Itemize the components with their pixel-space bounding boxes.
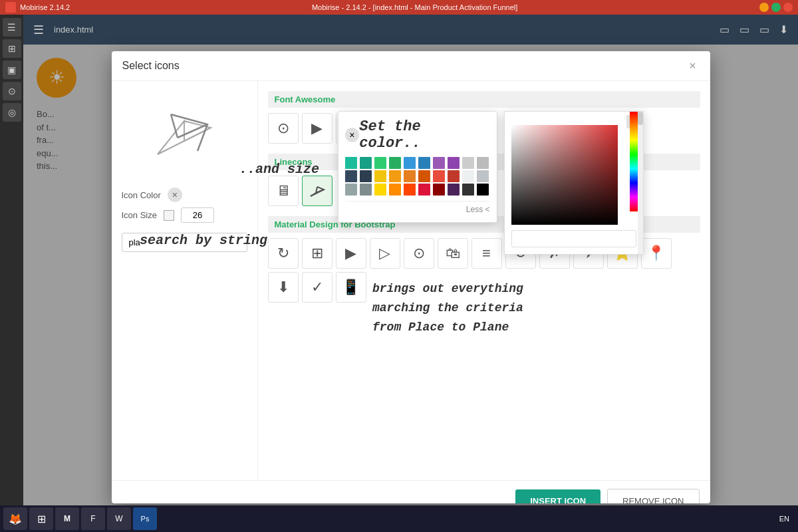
- taskbar-right: EN: [779, 515, 795, 523]
- modal-title: Select icons: [122, 60, 180, 72]
- color-swatch[interactable]: [418, 157, 430, 169]
- insert-icon-button[interactable]: INSERT ICON: [515, 489, 600, 503]
- icon-item[interactable]: ✓: [302, 272, 332, 303]
- picker-scrollbar[interactable]: [638, 112, 643, 254]
- annotation-search-by-string: search by string: [140, 233, 267, 248]
- titlebar: Mobirise 2.14.2 Mobirise - 2.14.2 - [ind…: [0, 0, 798, 15]
- taskbar-item-ps[interactable]: Ps: [133, 507, 157, 530]
- icon-item[interactable]: ▶: [302, 113, 332, 144]
- icon-item[interactable]: ≡: [471, 238, 502, 269]
- left-sidebar: ☰ ⊞ ▣ ⊙ ◎: [0, 15, 23, 505]
- color-swatch[interactable]: [418, 184, 430, 196]
- color-swatch[interactable]: [404, 170, 416, 182]
- icon-item[interactable]: ⊙: [404, 238, 434, 269]
- taskbar: 🦊 ⊞ M F W Ps EN: [0, 505, 798, 532]
- select-icons-modal: Select icons ×: [112, 51, 710, 503]
- close-button[interactable]: [783, 3, 793, 12]
- taskbar-item-w[interactable]: W: [107, 507, 131, 530]
- svg-marker-1: [158, 121, 184, 154]
- paper-plane-small: [308, 182, 327, 200]
- icon-item[interactable]: ⊞: [302, 238, 332, 269]
- color-swatch[interactable]: [374, 184, 386, 196]
- color-swatch[interactable]: [433, 170, 445, 182]
- minimize-button[interactable]: [759, 3, 769, 12]
- taskbar-item-firefox[interactable]: 🦊: [3, 507, 27, 530]
- advanced-color-picker: ×: [504, 111, 644, 255]
- icon-item[interactable]: 📍: [641, 238, 672, 269]
- color-swatch[interactable]: [389, 157, 401, 169]
- picker-scrollbar-thumb[interactable]: [638, 112, 643, 125]
- icon-item[interactable]: ▶: [336, 238, 366, 269]
- sidebar-icon-4[interactable]: ⊙: [3, 82, 21, 100]
- color-swatches-grid: [345, 157, 490, 196]
- maximize-button[interactable]: [771, 3, 781, 12]
- header-icon-1[interactable]: ▭: [720, 23, 730, 36]
- icon-item[interactable]: ⊙: [268, 113, 299, 144]
- color-picker-toggle[interactable]: ×: [168, 188, 182, 202]
- icon-item[interactable]: 🖥: [268, 176, 299, 206]
- size-icon: [164, 210, 174, 221]
- app-name: Mobirise 2.14.2: [20, 3, 70, 11]
- color-swatch[interactable]: [360, 170, 372, 182]
- taskbar-lang: EN: [779, 515, 789, 523]
- icon-color-label: Icon Color: [122, 190, 161, 200]
- color-swatch[interactable]: [345, 157, 357, 169]
- app-icon: [5, 2, 16, 13]
- color-popup-title: Set the color..: [359, 118, 489, 152]
- color-gradient-picker[interactable]: [511, 125, 618, 225]
- color-popup-header: × Set the color..: [345, 118, 490, 152]
- icon-size-label: Icon Size: [122, 210, 157, 220]
- modal-close-button[interactable]: ×: [686, 59, 700, 72]
- sidebar-icon-5[interactable]: ◎: [3, 103, 21, 122]
- window-controls: [759, 3, 793, 12]
- header-icon-2[interactable]: ▭: [739, 23, 749, 36]
- icon-item[interactable]: 🛍: [438, 238, 468, 269]
- header-icon-3[interactable]: ▭: [759, 23, 769, 36]
- color-swatch[interactable]: [389, 184, 401, 196]
- left-panel: Icon Color × Icon Size: [112, 81, 258, 480]
- color-swatch[interactable]: [477, 170, 489, 182]
- icon-item[interactable]: ⬇: [268, 272, 299, 303]
- color-swatch[interactable]: [448, 157, 460, 169]
- sidebar-icon-2[interactable]: ⊞: [3, 39, 21, 58]
- icon-item[interactable]: ▷: [370, 238, 400, 269]
- color-swatch[interactable]: [462, 157, 474, 169]
- color-swatch[interactable]: [360, 184, 372, 196]
- color-swatch[interactable]: [477, 184, 489, 196]
- sidebar-icon-1[interactable]: ☰: [3, 18, 21, 37]
- color-swatch[interactable]: [433, 157, 445, 169]
- color-swatch[interactable]: [374, 170, 386, 182]
- color-swatch[interactable]: [360, 157, 372, 169]
- icon-size-input[interactable]: [181, 207, 214, 223]
- color-swatch[interactable]: [404, 184, 416, 196]
- color-swatch[interactable]: [448, 184, 460, 196]
- color-swatch[interactable]: [462, 170, 474, 182]
- hamburger-icon[interactable]: ☰: [33, 23, 44, 37]
- remove-icon-button[interactable]: REMOVE ICON: [607, 489, 699, 503]
- color-swatch[interactable]: [389, 170, 401, 182]
- color-swatch[interactable]: [404, 157, 416, 169]
- sidebar-icon-3[interactable]: ▣: [3, 61, 21, 79]
- color-swatch[interactable]: [448, 170, 460, 182]
- color-swatch[interactable]: [345, 184, 357, 196]
- color-swatch[interactable]: [477, 157, 489, 169]
- section-header-font-awesome: Font Awesome: [268, 91, 700, 108]
- file-name: index.html: [54, 25, 93, 35]
- modal-overlay: Select icons ×: [23, 45, 798, 505]
- color-swatch[interactable]: [433, 184, 445, 196]
- color-swatch[interactable]: [418, 170, 430, 182]
- icon-item-selected[interactable]: [302, 176, 332, 206]
- icon-item[interactable]: ↻: [268, 238, 299, 269]
- color-swatch[interactable]: [374, 157, 386, 169]
- less-button[interactable]: Less <: [345, 201, 490, 215]
- taskbar-item-windows[interactable]: ⊞: [29, 507, 53, 530]
- taskbar-item-m[interactable]: M: [55, 507, 79, 530]
- header-icon-download[interactable]: ⬇: [779, 23, 788, 36]
- color-swatch[interactable]: [462, 184, 474, 196]
- modal-footer: INSERT ICON REMOVE ICON: [112, 480, 710, 503]
- color-popup-close-button[interactable]: ×: [345, 128, 360, 142]
- icon-item[interactable]: 📱: [336, 272, 366, 303]
- color-hex-input[interactable]: [511, 230, 636, 247]
- taskbar-item-f[interactable]: F: [81, 507, 105, 530]
- color-swatch[interactable]: [345, 170, 357, 182]
